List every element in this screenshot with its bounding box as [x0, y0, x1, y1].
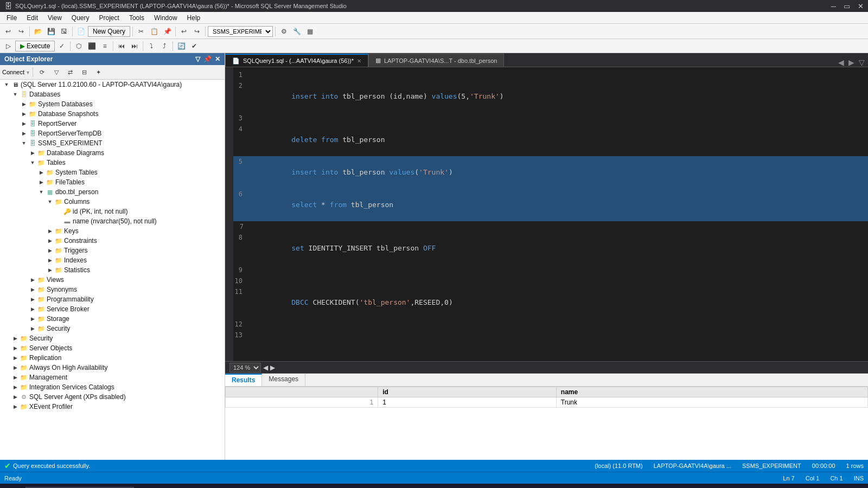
always-on-expander[interactable]: ▶ [11, 363, 20, 372]
oe-filter-btn[interactable]: ▽ [50, 66, 62, 78]
server-node[interactable]: ▼ 🖥 (SQL Server 11.0.2100.60 - LAPTOP-GA… [0, 80, 225, 89]
col-name-node[interactable]: ▬ name (nvarchar(50), not null) [0, 216, 225, 226]
security-node[interactable]: ▶ 📁 Security [0, 333, 225, 343]
redo-btn[interactable]: ↪ [191, 25, 203, 37]
debug-btn[interactable]: ▷ [2, 40, 14, 52]
dbo-tbl-person-node[interactable]: ▼ ▦ dbo.tbl_person [0, 187, 225, 197]
system-dbs-expander[interactable]: ▶ [20, 100, 28, 108]
constraints-expander[interactable]: ▶ [46, 236, 54, 245]
exclude-btn[interactable]: ⤴ [158, 40, 170, 52]
step2-btn[interactable]: ⏭ [129, 40, 141, 52]
always-on-node[interactable]: ▶ 📁 Always On High Availability [0, 363, 225, 373]
security-db-node[interactable]: ▶ 📁 Security [0, 324, 225, 333]
replication-node[interactable]: ▶ 📁 Replication [0, 353, 225, 363]
system-dbs-node[interactable]: ▶ 📁 System Databases [0, 99, 225, 109]
step-btn[interactable]: ⏮ [116, 40, 127, 52]
file-tables-node[interactable]: ▶ 📁 FileTables [0, 177, 225, 187]
keys-expander[interactable]: ▶ [46, 227, 54, 235]
views-expander[interactable]: ▶ [28, 275, 37, 284]
indexes-expander[interactable]: ▶ [46, 256, 54, 265]
menu-view[interactable]: View [43, 13, 66, 23]
report-server-node[interactable]: ▶ 🗄 ReportServer [0, 119, 225, 129]
databases-expander[interactable]: ▼ [11, 90, 20, 99]
code-editor[interactable]: 1 2 insert into tbl_person (id,name) val… [225, 67, 868, 361]
oe-new-btn[interactable]: ✦ [93, 66, 105, 78]
columns-node[interactable]: ▼ 📁 Columns [0, 197, 225, 207]
parse-btn[interactable]: ⬡ [73, 40, 85, 52]
query-tab[interactable]: 📄 SQLQuery1.sql - (...AATVI4A\gaura (56)… [225, 54, 368, 67]
sql-agent-node[interactable]: ▶ ⚙ SQL Server Agent (XPs disabled) [0, 392, 225, 402]
taskbar-app-edge[interactable]: 🌐 [159, 485, 181, 488]
minimize-btn[interactable]: ─ [831, 2, 836, 10]
xevent-profiler-expander[interactable]: ▶ [11, 402, 20, 411]
storage-expander[interactable]: ▶ [28, 314, 37, 323]
statistics-node[interactable]: ▶ 📁 Statistics [0, 265, 225, 275]
paste-btn[interactable]: 📌 [161, 25, 173, 37]
triggers-expander[interactable]: ▶ [46, 246, 54, 255]
query-tab-close[interactable]: ✕ [357, 58, 361, 64]
tab-scroll-left[interactable]: ◀ [837, 58, 845, 67]
restore-btn[interactable]: ▭ [844, 2, 850, 10]
server-expander[interactable]: ▼ [2, 80, 11, 89]
oe-pin-icon[interactable]: 📌 [203, 55, 212, 63]
save-btn[interactable]: 💾 [45, 25, 57, 37]
results-tab-messages[interactable]: Messages [262, 374, 305, 386]
ssms-experiment-node[interactable]: ▼ 🗄 SSMS_EXPERIMENT [0, 138, 225, 148]
report-server-expander[interactable]: ▶ [20, 119, 28, 128]
results-btn[interactable]: ≡ [99, 40, 111, 52]
oe-close-icon[interactable]: ▽ [195, 55, 200, 63]
statistics-expander[interactable]: ▶ [46, 266, 54, 274]
integration-services-expander[interactable]: ▶ [11, 383, 20, 391]
include-btn[interactable]: ⤵ [145, 40, 157, 52]
col-id-node[interactable]: 🔑 id (PK, int, not null) [0, 207, 225, 216]
menu-edit[interactable]: Edit [22, 13, 42, 23]
db-diagrams-node[interactable]: ▶ 📁 Database Diagrams [0, 148, 225, 158]
report-server-temp-expander[interactable]: ▶ [20, 129, 28, 138]
oe-tree[interactable]: ▼ 🖥 (SQL Server 11.0.2100.60 - LAPTOP-GA… [0, 80, 225, 460]
execute-btn[interactable]: ▶ Execute [15, 41, 55, 52]
menu-window[interactable]: Window [150, 13, 182, 23]
oe-collapse-btn[interactable]: ⊟ [79, 66, 91, 78]
databases-node[interactable]: ▼ 🗄 Databases [0, 89, 225, 99]
management-expander[interactable]: ▶ [11, 373, 20, 382]
undo-btn[interactable]: ↩ [178, 25, 190, 37]
security-db-expander[interactable]: ▶ [28, 324, 37, 333]
zoom-prev[interactable]: ◀ [263, 364, 268, 371]
ssms-experiment-expander[interactable]: ▼ [20, 139, 28, 147]
service-broker-node[interactable]: ▶ 📁 Service Broker [0, 304, 225, 314]
xevent-profiler-node[interactable]: ▶ 📁 XEvent Profiler [0, 402, 225, 412]
integration-services-node[interactable]: ▶ 📁 Integration Services Catalogs [0, 382, 225, 392]
menu-file[interactable]: File [2, 13, 21, 23]
triggers-node[interactable]: ▶ 📁 Triggers [0, 246, 225, 255]
trans-btn[interactable]: 🔄 [175, 40, 187, 52]
checkmark-btn[interactable]: ✓ [56, 40, 68, 52]
forward-btn[interactable]: ↪ [15, 25, 27, 37]
sql-agent-expander[interactable]: ▶ [11, 393, 20, 401]
database-selector[interactable]: SSMS_EXPERIMENT [208, 26, 273, 37]
grid-btn[interactable]: ▦ [304, 25, 316, 37]
views-node[interactable]: ▶ 📁 Views [0, 275, 225, 285]
oe-sync-btn[interactable]: ⇄ [65, 66, 76, 78]
new-query-icon[interactable]: 📄 [75, 25, 87, 37]
taskbar-app-store[interactable]: 🛍 [182, 485, 203, 488]
cancel-btn[interactable]: ⬛ [86, 40, 98, 52]
copy-btn[interactable]: 📋 [148, 25, 160, 37]
taskbar-app-chrome[interactable]: 🔵 [205, 485, 226, 488]
back-btn[interactable]: ↩ [2, 25, 14, 37]
zoom-next[interactable]: ▶ [270, 364, 275, 371]
start-btn[interactable]: ⊞ [4, 485, 23, 488]
report-server-temp-node[interactable]: ▶ 🗄 ReportServerTempDB [0, 129, 225, 138]
file-tables-expander[interactable]: ▶ [37, 178, 46, 187]
synonyms-expander[interactable]: ▶ [28, 285, 37, 294]
dbo-tbl-person-expander[interactable]: ▼ [37, 188, 46, 196]
keys-node[interactable]: ▶ 📁 Keys [0, 226, 225, 236]
commit-btn[interactable]: ✔ [188, 40, 200, 52]
tables-node[interactable]: ▼ 📁 Tables [0, 158, 225, 168]
tab-scroll-right[interactable]: ▶ [847, 58, 856, 67]
system-tables-node[interactable]: ▶ 📁 System Tables [0, 168, 225, 177]
person-tab[interactable]: ▦ LAPTOP-GAATVI4A\S...T - dbo.tbl_person [368, 54, 504, 67]
open-btn[interactable]: 📂 [32, 25, 44, 37]
db-snapshots-expander[interactable]: ▶ [20, 110, 28, 118]
menu-help[interactable]: Help [183, 13, 205, 23]
taskbar-app-photos[interactable]: 🖼 [296, 485, 317, 488]
